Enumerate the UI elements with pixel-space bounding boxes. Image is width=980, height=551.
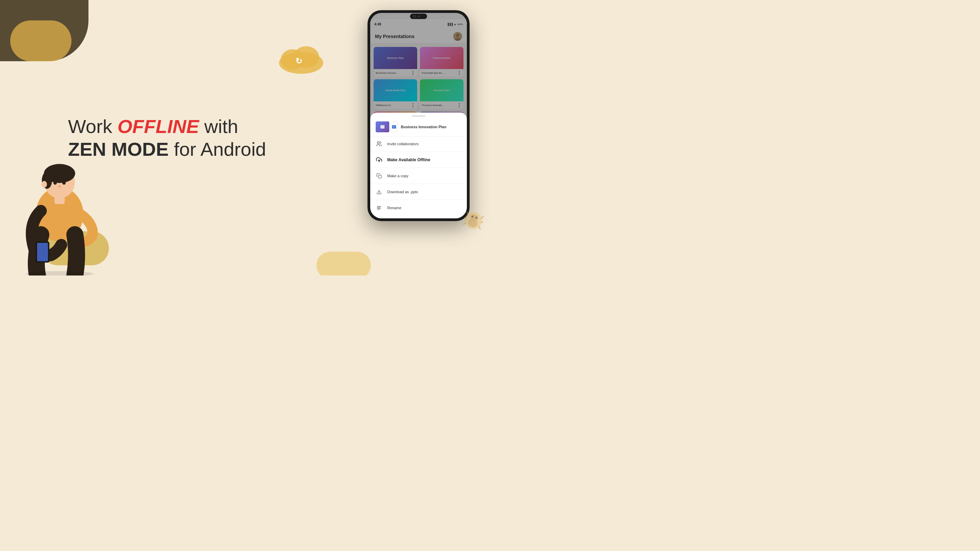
- copy-icon: [375, 172, 382, 179]
- file-thumb: [375, 121, 389, 132]
- svg-rect-21: [379, 175, 382, 178]
- download-label: Download as .pptx: [387, 190, 418, 194]
- phone-body: 4:49 ▐▐▐ ▲ 44% My Presentations: [368, 10, 469, 221]
- sheet-item-rename[interactable]: Rename: [370, 201, 467, 215]
- svg-text:↻: ↻: [295, 56, 302, 66]
- rename-icon: [375, 205, 382, 211]
- svg-line-32: [463, 222, 466, 225]
- cloud-upload-icon: [375, 156, 382, 163]
- sheet-item-invite[interactable]: Invite collaborators: [370, 137, 467, 151]
- sheet-item-offline[interactable]: Make Available Offline: [370, 153, 467, 167]
- svg-point-11: [41, 181, 47, 188]
- hero-offline: OFFLINE: [118, 116, 199, 137]
- phone-mockup: 4:49 ▐▐▐ ▲ 44% My Presentations: [368, 10, 469, 221]
- rename-label: Rename: [387, 206, 401, 210]
- bg-decoration-top-left-2: [10, 21, 72, 61]
- bottom-sheet: P Business Innovation Plan: [370, 113, 467, 218]
- people-icon: [375, 140, 382, 147]
- svg-line-33: [479, 226, 481, 229]
- divider-1: [370, 152, 467, 152]
- svg-line-31: [481, 222, 483, 223]
- hero-android: for Android: [169, 138, 266, 160]
- bg-decoration-bottom-right: [317, 252, 371, 275]
- person-illustration: [7, 129, 116, 275]
- sheet-item-download[interactable]: Download as .pptx: [370, 185, 467, 199]
- download-icon: [375, 189, 382, 195]
- svg-point-9: [62, 181, 66, 185]
- divider-3: [370, 184, 467, 184]
- offline-label: Make Available Offline: [387, 157, 430, 162]
- svg-rect-12: [54, 195, 65, 204]
- svg-point-10: [58, 185, 61, 187]
- divider-2: [370, 168, 467, 168]
- file-name: Business Innovation Plan: [401, 125, 447, 129]
- copy-label: Make a copy: [387, 174, 408, 178]
- invite-label: Invite collaborators: [387, 142, 418, 146]
- sheet-item-copy[interactable]: Make a copy: [370, 169, 467, 183]
- file-header: P Business Innovation Plan: [370, 119, 467, 137]
- phone-screen: 4:49 ▐▐▐ ▲ 44% My Presentations: [370, 13, 467, 218]
- sheet-handle: [412, 115, 425, 117]
- cloud-icon-container: ↻: [275, 41, 327, 75]
- svg-point-8: [53, 181, 57, 185]
- svg-point-19: [377, 141, 379, 143]
- hero-with: with: [199, 116, 238, 137]
- divider-4: [370, 200, 467, 200]
- svg-rect-14: [37, 243, 48, 261]
